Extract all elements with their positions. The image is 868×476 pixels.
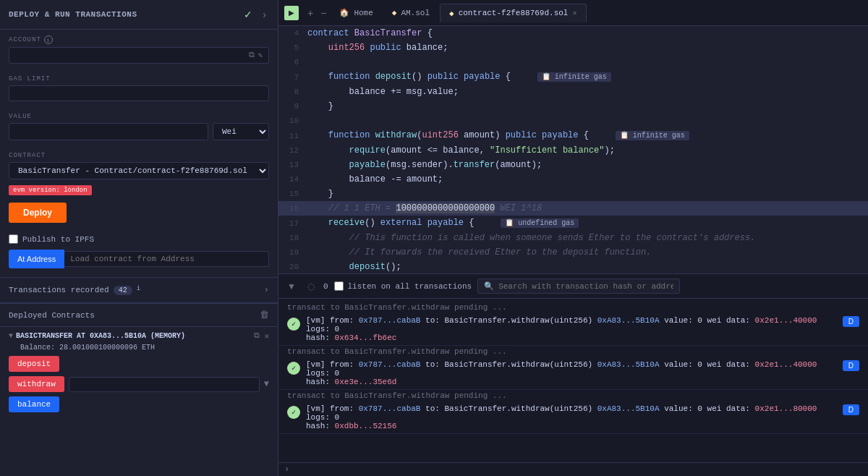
gas-limit-input[interactable]: 3000000 [15, 89, 263, 98]
account-label: ACCOUNT i [9, 35, 269, 44]
console-toolbar: ▼ ◌ 0 listen on all transactions 🔍 [278, 274, 868, 299]
panel-header: DEPLOY & RUN TRANSACTIONS ✓ › [0, 0, 278, 30]
console-messages: transact to BasicTransfer.withdraw pendi… [278, 299, 868, 462]
run-button[interactable]: ▶ [284, 6, 299, 20]
account-copy-icon[interactable]: ⧉ [249, 51, 255, 60]
withdraw-input[interactable]: 5000000000000000000 [69, 377, 260, 392]
deployed-contracts-actions: 🗑 [260, 310, 269, 320]
gas-limit-section: GAS LIMIT 3000000 [0, 69, 278, 107]
tab-am-sol[interactable]: ◆ AM.sol [383, 4, 438, 22]
console-expand-icon[interactable]: ▼ [284, 280, 299, 293]
deployed-contract-item: ▼ BASICTRANSFER AT 0XA83...5B10A (MEMORY… [0, 326, 278, 417]
tx-entry-1: ✓ [vm] from: 0x787...cabaB to: BasicTran… [278, 313, 868, 346]
publish-checkbox[interactable] [9, 234, 18, 244]
contract-label: CONTRACT [9, 152, 269, 159]
account-section: ACCOUNT i 0x787...cabaB (161.99999999999… [0, 30, 278, 69]
tab-contract-sol[interactable]: ◆ contract-f2fe88769d.sol ✕ [440, 4, 586, 22]
tx-debug-btn-2[interactable]: D [843, 360, 859, 371]
tx-entry-3: ✓ [vm] from: 0x787...cabaB to: BasicTran… [278, 401, 868, 434]
evm-badge: evm version: london [9, 185, 92, 195]
tx-text-3: [vm] from: 0x787...cabaB to: BasicTransf… [306, 404, 837, 430]
tab-close-icon[interactable]: ✕ [572, 9, 576, 17]
tx-debug-btn-3[interactable]: D [843, 404, 859, 415]
am-sol-icon: ◆ [392, 8, 397, 17]
tx-success-icon-2: ✓ [287, 362, 300, 375]
contract-balance: Balance: 28.001000100000096 ETH [9, 344, 269, 352]
code-line-19: 19 // It forwards the received Ether to … [278, 245, 868, 260]
contract-copy-icon[interactable]: ⧉ [254, 331, 260, 341]
console-area: ▼ ◌ 0 listen on all transactions 🔍 trans… [278, 273, 868, 476]
at-address-row: At Address [9, 250, 269, 268]
tx-success-icon-1: ✓ [287, 318, 300, 331]
transactions-info-icon[interactable]: i [137, 285, 147, 295]
account-edit-icon[interactable]: ✎ [258, 51, 263, 60]
search-box: 🔍 [477, 279, 680, 294]
tx-text-1: [vm] from: 0x787...cabaB to: BasicTransf… [306, 316, 837, 342]
listen-checkbox[interactable] [334, 281, 344, 291]
arrow-icon[interactable]: › [260, 7, 269, 22]
value-input[interactable]: 0 [9, 123, 208, 140]
at-address-input[interactable] [64, 251, 269, 267]
at-address-button[interactable]: At Address [9, 250, 64, 268]
contract-select[interactable]: BasicTransfer - Contract/contract-f2fe88… [9, 162, 269, 179]
contract-close-icon[interactable]: ✕ [264, 331, 269, 341]
header-icons: ✓ › [241, 7, 269, 22]
contract-section: CONTRACT BasicTransfer - Contract/contra… [0, 146, 278, 229]
value-row: 0 Wei Gwei Finney Ether [9, 123, 269, 140]
tx-text-2: [vm] from: 0x787...cabaB to: BasicTransf… [306, 360, 837, 386]
code-line-15: 15 } [278, 187, 868, 201]
confirm-icon[interactable]: ✓ [241, 7, 255, 22]
tab-home[interactable]: 🏠 Home [331, 4, 381, 22]
tx-success-icon-3: ✓ [287, 406, 300, 419]
code-line-9: 9 } [278, 99, 868, 114]
transactions-expand-icon[interactable]: › [264, 285, 269, 295]
value-label: VALUE [9, 113, 269, 120]
pending-msg-1: transact to BasicTransfer.withdraw pendi… [278, 302, 868, 313]
value-unit-select[interactable]: Wei Gwei Finney Ether [213, 123, 269, 140]
gas-limit-input-row: 3000000 [9, 85, 269, 101]
tx-entry-2: ✓ [vm] from: 0x787...cabaB to: BasicTran… [278, 357, 868, 390]
code-line-5: 5 uint256 public balance; [278, 41, 868, 55]
withdraw-button[interactable]: withdraw [9, 376, 64, 392]
zoom-in-icon[interactable]: + [305, 6, 316, 20]
code-line-8: 8 balance += msg.value; [278, 85, 868, 99]
contract-chevron[interactable]: ▼ [9, 332, 13, 340]
tab-bar: ▶ + − 🏠 Home ◆ AM.sol ◆ contract-f2fe887… [278, 0, 868, 26]
tx-debug-btn-1[interactable]: D [843, 316, 859, 327]
code-line-13: 13 payable(msg.sender).transfer(amount); [278, 158, 868, 172]
value-section: VALUE 0 Wei Gwei Finney Ether [0, 107, 278, 146]
home-icon: 🏠 [339, 8, 349, 17]
console-clear-icon[interactable]: ◌ [305, 280, 318, 293]
deploy-button[interactable]: Deploy [9, 203, 67, 223]
code-line-16: 16 // 1 1 ETH = 1000000000000000000 WEI … [278, 201, 868, 216]
gas-limit-label: GAS LIMIT [9, 75, 269, 82]
contract-sol-icon: ◆ [449, 9, 454, 18]
deposit-row: deposit [9, 356, 269, 372]
deposit-button[interactable]: deposit [9, 356, 59, 372]
code-line-4: 4 contract BasicTransfer { [278, 26, 868, 41]
search-input[interactable] [498, 282, 673, 291]
publish-label: Publish to IPFS [22, 235, 94, 244]
pending-msg-3: transact to BasicTransfer.withdraw pendi… [278, 390, 868, 401]
right-panel: ▶ + − 🏠 Home ◆ AM.sol ◆ contract-f2fe887… [278, 0, 868, 476]
console-tx-count: 0 [323, 282, 328, 291]
account-info-icon[interactable]: i [44, 35, 53, 44]
code-editor: 4 contract BasicTransfer { 5 uint256 pub… [278, 26, 868, 273]
panel-title: DEPLOY & RUN TRANSACTIONS [9, 10, 137, 19]
transactions-badge: 42 [114, 286, 132, 295]
deployed-contracts-header: Deployed Contracts 🗑 [0, 303, 278, 326]
withdraw-row: withdraw 5000000000000000000 ▼ [9, 376, 269, 392]
account-input[interactable]: 0x787...cabaB (161.999999999999475373 et… [15, 51, 249, 60]
zoom-out-icon[interactable]: − [318, 6, 329, 20]
contract-item-header: ▼ BASICTRANSFER AT 0XA83...5B10A (MEMORY… [9, 331, 269, 341]
withdraw-expand-icon[interactable]: ▼ [264, 379, 269, 389]
balance-row: balance [9, 396, 269, 412]
code-line-7: 7 function deposit() public payable { 📋 … [278, 69, 868, 85]
expand-console-icon[interactable]: › [284, 464, 289, 475]
code-line-10: 10 [278, 114, 868, 128]
balance-button[interactable]: balance [9, 396, 59, 412]
contract-name: ▼ BASICTRANSFER AT 0XA83...5B10A (MEMORY… [9, 332, 185, 340]
deployed-delete-icon[interactable]: 🗑 [260, 310, 269, 320]
code-line-6: 6 [278, 55, 868, 69]
listen-label: listen on all transactions [348, 282, 472, 291]
